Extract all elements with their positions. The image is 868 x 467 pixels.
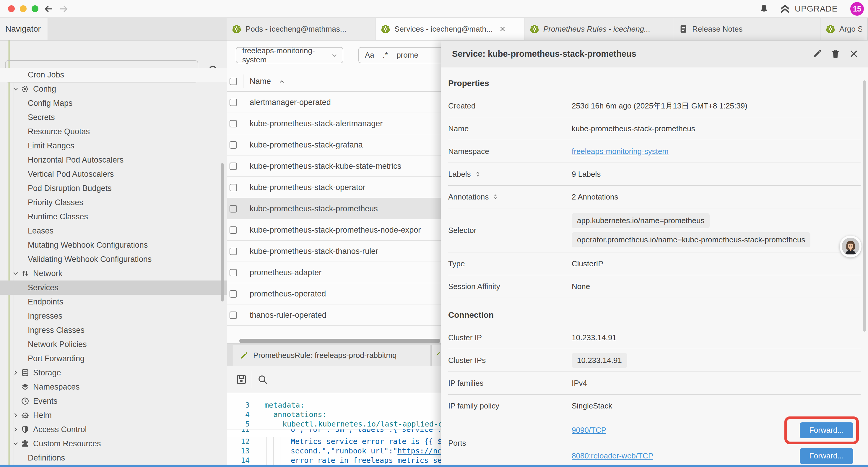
assistant-avatar[interactable]	[840, 236, 862, 258]
sidebar-item-mutating-webhook-configurations[interactable]: Mutating Webhook Configurations	[0, 238, 227, 252]
sidebar-item-ingress-classes[interactable]: Ingress Classes	[0, 323, 227, 337]
sidebar-item-pod-disruption-budgets[interactable]: Pod Disruption Budgets	[0, 181, 227, 195]
dock-tab-prometheusrule[interactable]: PrometheusRule: freeleaps-prod-rabbitmq	[233, 345, 431, 366]
sidebar-item-resource-quotas[interactable]: Resource Quotas	[0, 124, 227, 139]
name-column-header[interactable]: Name	[250, 77, 271, 86]
namespace-link[interactable]: freeleaps-monitoring-system	[572, 147, 669, 156]
row-checkbox[interactable]	[229, 120, 237, 127]
sidebar-item-network[interactable]: Network	[0, 266, 227, 281]
sidebar-item-endpoints[interactable]: Endpoints	[0, 295, 227, 309]
row-checkbox[interactable]	[229, 163, 237, 170]
sort-updown-icon[interactable]	[492, 193, 499, 201]
row-checkbox[interactable]	[229, 184, 237, 191]
notification-count-badge[interactable]: 15	[850, 2, 864, 16]
chevron-down-icon[interactable]	[12, 85, 20, 93]
sidebar-item-storage[interactable]: Storage	[0, 366, 227, 380]
traffic-light-minimize[interactable]	[20, 5, 27, 12]
traffic-light-zoom[interactable]	[32, 5, 38, 12]
sidebar-item-definitions[interactable]: Definitions	[0, 451, 227, 465]
tab-release[interactable]: Release Notes	[673, 18, 820, 40]
chevron-right-icon[interactable]	[12, 411, 20, 419]
back-button[interactable]	[44, 4, 54, 14]
dock-tab-next[interactable]	[431, 345, 441, 366]
table-row[interactable]: thanos-ruler-operated	[227, 304, 441, 326]
table-row[interactable]: kube-prometheus-stack-operator	[227, 177, 441, 198]
save-icon[interactable]	[236, 374, 247, 385]
table-row[interactable]: alertmanager-operated	[227, 92, 441, 113]
table-row[interactable]: kube-prometheus-stack-prometheus	[227, 198, 441, 219]
sidebar-scrollbar[interactable]	[221, 163, 224, 301]
row-checkbox[interactable]	[229, 99, 237, 106]
match-case-toggle[interactable]: Aa	[365, 51, 374, 60]
namespace-filter-select[interactable]: freeleaps-monitoring-system	[236, 47, 343, 63]
table-row[interactable]: prometheus-adapter	[227, 262, 441, 283]
navigator-panel-tab[interactable]: Navigator	[0, 18, 48, 40]
tab-services[interactable]: Services - icecheng@math...	[375, 18, 524, 40]
sidebar-item-config[interactable]: Config	[0, 82, 227, 96]
notifications-bell-icon[interactable]	[759, 4, 769, 14]
edit-pencil-icon[interactable]	[812, 49, 823, 59]
sidebar-item-access-control[interactable]: Access Control	[0, 422, 227, 437]
port-link[interactable]: 9090/TCP	[572, 426, 606, 435]
forward-button[interactable]: Forward...	[800, 422, 853, 438]
sort-ascending-icon[interactable]	[278, 78, 285, 85]
close-icon[interactable]	[848, 49, 859, 59]
table-row[interactable]: kube-prometheus-stack-alertmanager	[227, 113, 441, 134]
regex-toggle[interactable]: .*	[382, 51, 388, 60]
sidebar-item-config-maps[interactable]: Config Maps	[0, 96, 227, 110]
selector-badge: operator.prometheus.io/name=kube-prometh…	[572, 232, 810, 247]
row-checkbox[interactable]	[229, 269, 237, 276]
tab-pods[interactable]: Pods - icecheng@mathmas...	[226, 18, 375, 40]
events-icon	[21, 397, 30, 406]
table-row[interactable]: kube-prometheus-stack-prometheus-node-ex…	[227, 219, 441, 241]
sidebar-item-leases[interactable]: Leases	[0, 224, 227, 238]
sidebar-item-limit-ranges[interactable]: Limit Ranges	[0, 139, 227, 153]
port-link[interactable]: 8080:reloader-web/TCP	[572, 451, 653, 461]
row-checkbox[interactable]	[229, 248, 237, 255]
code-link[interactable]: https://net	[397, 447, 441, 455]
upgrade-button[interactable]: UPGRADE	[779, 3, 838, 15]
yaml-editor[interactable]: 3metadata:4annotations:5kubectl.kubernet…	[227, 393, 441, 465]
sidebar-item-custom-resources[interactable]: Custom Resources	[0, 437, 227, 451]
table-row[interactable]: prometheus-operated	[227, 283, 441, 304]
chevron-right-icon[interactable]	[12, 369, 20, 377]
sort-updown-icon[interactable]	[474, 170, 481, 178]
sidebar-item-vertical-pod-autoscalers[interactable]: Vertical Pod Autoscalers	[0, 167, 227, 181]
forward-button[interactable]	[59, 4, 68, 14]
horizontal-scrollbar[interactable]	[239, 339, 440, 343]
tab-argo[interactable]: Argo Se	[820, 18, 868, 40]
sidebar-item-horizontal-pod-autoscalers[interactable]: Horizontal Pod Autoscalers	[0, 153, 227, 167]
table-row[interactable]: kube-prometheus-stack-grafana	[227, 134, 441, 155]
sidebar-item-ingresses[interactable]: Ingresses	[0, 309, 227, 323]
row-checkbox[interactable]	[229, 312, 237, 319]
select-all-checkbox[interactable]	[229, 78, 237, 85]
row-checkbox[interactable]	[229, 226, 237, 234]
sidebar-item-cron-jobs[interactable]: Cron Jobs	[0, 68, 227, 82]
table-row[interactable]: kube-prometheus-stack-kube-state-metrics	[227, 155, 441, 177]
row-checkbox[interactable]	[229, 205, 237, 212]
sidebar-item-secrets[interactable]: Secrets	[0, 110, 227, 124]
search-input[interactable]: Aa .* prome	[359, 47, 441, 63]
row-checkbox[interactable]	[229, 141, 237, 149]
close-icon[interactable]	[499, 25, 506, 33]
sidebar-item-events[interactable]: Events	[0, 394, 227, 408]
sidebar-item-validating-webhook-configurations[interactable]: Validating Webhook Configurations	[0, 252, 227, 266]
chevron-down-icon[interactable]	[12, 269, 20, 277]
chevron-right-icon[interactable]	[12, 426, 20, 433]
sidebar-item-namespaces[interactable]: Namespaces	[0, 380, 227, 394]
sidebar-item-network-policies[interactable]: Network Policies	[0, 337, 227, 351]
sidebar-item-port-forwarding[interactable]: Port Forwarding	[0, 351, 227, 366]
sidebar-item-priority-classes[interactable]: Priority Classes	[0, 195, 227, 209]
tab-prometheus[interactable]: Prometheus Rules - icecheng...	[524, 18, 673, 40]
sidebar-item-runtime-classes[interactable]: Runtime Classes	[0, 209, 227, 224]
sidebar-item-services[interactable]: Services	[0, 281, 227, 295]
detail-scrollbar[interactable]	[863, 80, 866, 332]
forward-button[interactable]: Forward...	[800, 448, 853, 464]
delete-trash-icon[interactable]	[830, 49, 841, 59]
traffic-light-close[interactable]	[8, 5, 15, 12]
chevron-down-icon[interactable]	[12, 440, 20, 447]
row-checkbox[interactable]	[229, 290, 237, 298]
table-row[interactable]: kube-prometheus-stack-thanos-ruler	[227, 241, 441, 262]
sidebar-item-helm[interactable]: Helm	[0, 408, 227, 422]
editor-search-icon[interactable]	[257, 374, 268, 385]
